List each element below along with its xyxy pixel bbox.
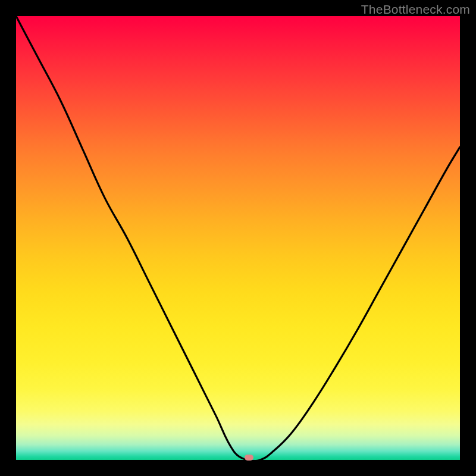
watermark-text: TheBottleneck.com (361, 2, 470, 17)
plot-area (16, 16, 460, 460)
optimum-marker (245, 455, 253, 461)
bottleneck-curve (16, 16, 460, 460)
chart-frame: TheBottleneck.com (0, 0, 476, 476)
